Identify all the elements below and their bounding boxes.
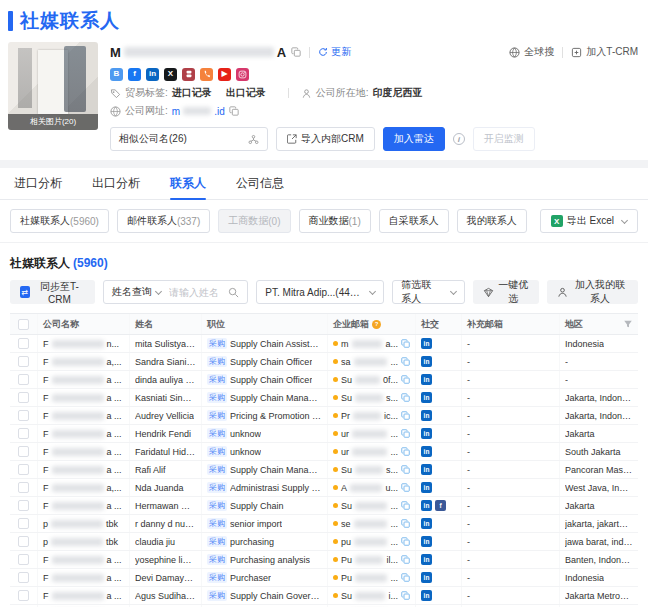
linkedin-icon[interactable]: in xyxy=(421,464,432,475)
search-icon[interactable] xyxy=(228,287,239,298)
join-tcrm-button[interactable]: 加入T-CRM xyxy=(571,45,638,59)
linkedin-icon[interactable]: in xyxy=(421,518,432,529)
copy-icon[interactable] xyxy=(401,465,410,474)
row-checkbox[interactable] xyxy=(18,572,29,583)
linkedin-icon[interactable]: in xyxy=(421,338,432,349)
blog-icon[interactable] xyxy=(182,68,195,81)
global-search-button[interactable]: 全球搜 xyxy=(509,45,554,59)
copy-icon[interactable] xyxy=(401,537,410,546)
copy-icon[interactable] xyxy=(401,447,410,456)
cell-social: in f xyxy=(416,497,462,514)
source-chip-5[interactable]: 我的联系人 xyxy=(457,209,527,233)
company-prefix: F xyxy=(43,501,49,511)
linkedin-icon[interactable]: in xyxy=(421,428,432,439)
contact-filter-select[interactable]: 筛选联系人 xyxy=(392,280,464,304)
row-checkbox[interactable] xyxy=(18,464,29,475)
row-checkbox[interactable] xyxy=(18,590,29,601)
tab-item-0[interactable]: 进口分析 xyxy=(14,168,62,200)
export-excel-button[interactable]: X导出 Excel xyxy=(540,209,638,233)
company-prefix: F xyxy=(43,465,49,475)
linkedin-icon[interactable]: in xyxy=(421,482,432,493)
facebook-icon[interactable]: f xyxy=(128,68,141,81)
copy-icon[interactable] xyxy=(401,555,410,564)
linkedin-icon[interactable]: in xyxy=(421,536,432,547)
linkedin-icon[interactable]: in xyxy=(421,410,432,421)
similar-companies-button[interactable]: 相似公司名(26) xyxy=(110,127,268,151)
tab-item-1[interactable]: 出口分析 xyxy=(92,168,140,200)
join-radar-button[interactable]: 加入雷达 xyxy=(383,127,445,151)
row-checkbox[interactable] xyxy=(18,410,29,421)
copy-icon[interactable] xyxy=(401,357,410,366)
copy-icon[interactable] xyxy=(401,501,410,510)
row-checkbox[interactable] xyxy=(18,446,29,457)
add-my-contacts-button[interactable]: 加入我的联系人 xyxy=(547,280,638,304)
related-photos-label[interactable]: 相关图片(20) xyxy=(8,114,98,130)
email-help-icon[interactable]: ? xyxy=(372,320,381,329)
copy-icon[interactable] xyxy=(401,339,410,348)
info-icon[interactable]: i xyxy=(453,133,465,145)
website-link[interactable]: m.id xyxy=(172,106,225,117)
sync-tcrm-button[interactable]: ⇄ 同步至T-CRM xyxy=(10,280,95,304)
source-chip-4[interactable]: 自采联系人 xyxy=(379,209,449,233)
redacted-company xyxy=(52,430,104,438)
copy-icon[interactable] xyxy=(401,429,410,438)
select-all-checkbox[interactable] xyxy=(18,319,29,330)
row-checkbox[interactable] xyxy=(18,482,29,493)
search-input[interactable] xyxy=(169,287,228,298)
tab-item-2[interactable]: 联系人 xyxy=(170,168,206,200)
one-click-select-button[interactable]: 一键优选 xyxy=(473,280,539,304)
filter-funnel-icon[interactable] xyxy=(623,319,633,329)
linkedin-icon[interactable]: in xyxy=(421,590,432,601)
row-checkbox[interactable] xyxy=(18,374,29,385)
instagram-icon[interactable] xyxy=(236,68,249,81)
start-monitor-button[interactable]: 开启监测 xyxy=(473,127,535,151)
copy-icon[interactable] xyxy=(401,519,410,528)
row-checkbox[interactable] xyxy=(18,356,29,367)
linkedin-icon[interactable]: in xyxy=(421,356,432,367)
copy-icon[interactable] xyxy=(229,106,239,116)
source-chip-3[interactable]: 商业数据(1) xyxy=(299,209,371,233)
region: Pancoran Mas, ... xyxy=(565,465,633,475)
row-checkbox[interactable] xyxy=(18,536,29,547)
import-crm-button[interactable]: 导入内部CRM xyxy=(276,127,375,151)
row-checkbox[interactable] xyxy=(18,554,29,565)
row-checkbox[interactable] xyxy=(18,338,29,349)
copy-icon[interactable] xyxy=(401,573,410,582)
copy-icon[interactable] xyxy=(401,591,410,600)
source-chip-2[interactable]: 工商数据(0) xyxy=(218,209,290,233)
source-chip-0[interactable]: 社媒联系人(5960) xyxy=(10,209,109,233)
copy-icon[interactable] xyxy=(401,483,410,492)
linkedin-icon[interactable]: in xyxy=(421,554,432,565)
phone-icon[interactable] xyxy=(200,68,213,81)
company-filter-select[interactable]: PT. Mitra Adip...(4467) xyxy=(256,280,384,304)
tab-item-3[interactable]: 公司信息 xyxy=(236,168,284,200)
x-twitter-icon[interactable]: X xyxy=(164,68,177,81)
bing-icon[interactable]: B xyxy=(110,68,123,81)
linkedin-icon[interactable]: in xyxy=(421,572,432,583)
source-chip-1[interactable]: 邮件联系人(337) xyxy=(117,209,210,233)
refresh-button[interactable]: 更新 xyxy=(318,45,351,59)
trade-tag-import[interactable]: 进口记录 xyxy=(172,86,212,100)
linkedin-icon[interactable]: in xyxy=(146,68,159,81)
trade-tag-export[interactable]: 出口记录 xyxy=(226,86,266,100)
facebook-icon[interactable]: f xyxy=(435,500,446,511)
linkedin-icon[interactable]: in xyxy=(421,500,432,511)
row-checkbox[interactable] xyxy=(18,500,29,511)
linkedin-icon[interactable]: in xyxy=(421,446,432,457)
divider xyxy=(309,47,310,58)
linkedin-icon[interactable]: in xyxy=(421,374,432,385)
copy-icon[interactable] xyxy=(401,393,410,402)
company-suffix: a ... xyxy=(107,411,122,421)
name-query-dropdown[interactable]: 姓名查询 xyxy=(112,285,161,299)
youtube-icon[interactable]: ▶ xyxy=(218,68,231,81)
copy-icon[interactable] xyxy=(401,411,410,420)
copy-icon[interactable] xyxy=(291,47,301,57)
copy-icon[interactable] xyxy=(401,375,410,384)
row-checkbox[interactable] xyxy=(18,428,29,439)
row-checkbox[interactable] xyxy=(18,392,29,403)
contact-name: Devi Damayanti xyxy=(135,573,196,583)
procurement-tag: 采购 xyxy=(207,500,227,511)
company-photo[interactable]: 相关图片(20) xyxy=(8,42,98,130)
row-checkbox[interactable] xyxy=(18,518,29,529)
linkedin-icon[interactable]: in xyxy=(421,392,432,403)
